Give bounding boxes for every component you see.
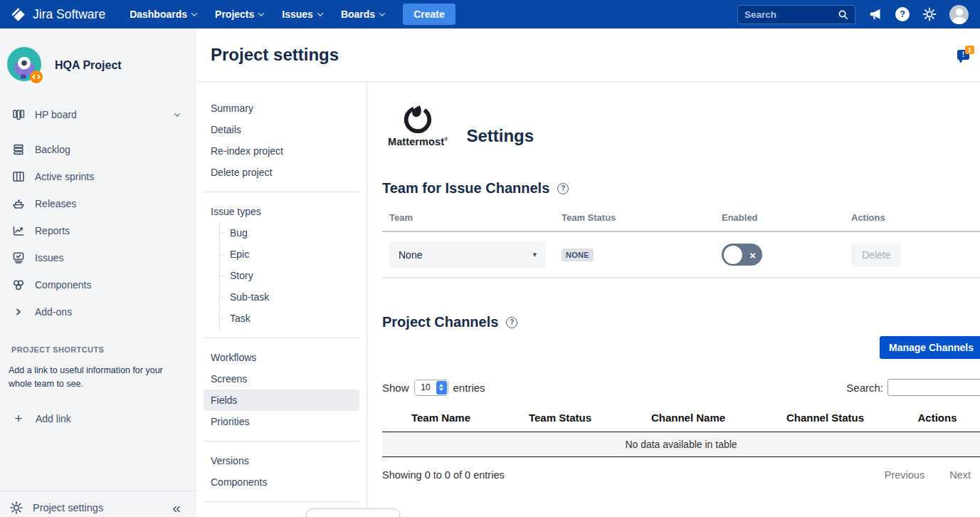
jira-logo-icon (10, 6, 26, 23)
column-header-actions[interactable]: Actions (895, 412, 980, 424)
navbar-search-input[interactable] (744, 9, 838, 20)
jira-brand-label: Jira Software (33, 7, 105, 22)
navbar-search[interactable] (737, 5, 855, 24)
sidebar-item-reports[interactable]: Reports (0, 217, 196, 244)
chevron-down-icon[interactable] (174, 110, 180, 116)
settings-nav-workflows[interactable]: Workflows (204, 347, 359, 368)
nav-boards[interactable]: Boards (334, 4, 391, 24)
sidebar-nav: HP board Backlog Active sprints (0, 101, 196, 325)
delete-button[interactable]: Delete (851, 243, 901, 267)
team-table-row: None ▾ NONE × (382, 232, 980, 278)
settings-nav-screens[interactable]: Screens (204, 368, 359, 390)
sidebar-item-backlog[interactable]: Backlog (0, 136, 196, 163)
manage-channels-button[interactable]: Manage Channels (880, 336, 980, 359)
page-size-select[interactable]: 10 (414, 380, 448, 396)
ship-icon (11, 197, 26, 211)
feedback-notification-icon[interactable]: ! 1 (957, 47, 974, 64)
column-header-channel-name[interactable]: Channel Name (621, 412, 756, 424)
table-search-control: Search: (846, 379, 980, 396)
settings-nav-bug[interactable]: Bug (220, 222, 367, 244)
shell: HQA Project HP board Backlog (0, 28, 980, 517)
sidebar-item-issues[interactable]: Issues (0, 244, 196, 271)
gear-icon[interactable] (922, 7, 937, 21)
datatable-footer: Showing 0 to 0 of 0 entries Previous Nex… (382, 469, 980, 481)
settings-nav-story[interactable]: Story (220, 265, 367, 286)
team-section-title: Team for Issue Channels (382, 180, 549, 197)
nav-boards-label: Boards (341, 9, 375, 20)
sidebar-item-label: Components (35, 279, 91, 291)
column-header-team-status: Team Status (554, 212, 715, 223)
sidebar-item-add-ons[interactable]: Add-ons (0, 298, 196, 325)
jira-brand[interactable]: Jira Software (10, 6, 105, 23)
search-icon[interactable] (838, 9, 848, 20)
chevron-down-icon (317, 10, 323, 16)
nav-dashboards-label: Dashboards (130, 9, 187, 20)
help-icon[interactable]: ? (506, 317, 517, 328)
settings-nav-fields[interactable]: Fields (204, 390, 359, 411)
sidebar-item-components[interactable]: Components (0, 271, 196, 298)
sidebar-footer: Project settings « (0, 491, 196, 517)
sidebar-item-label: Backlog (35, 144, 70, 155)
sidebar-item-label: Releases (35, 198, 76, 209)
table-search-input[interactable] (887, 379, 980, 396)
team-table-header: Team Team Status Enabled Actions (382, 212, 980, 232)
settings-nav-delete-project[interactable]: Delete project (204, 162, 359, 183)
column-header-team: Team (382, 212, 554, 223)
issues-icon (11, 251, 26, 265)
nav-projects[interactable]: Projects (208, 4, 270, 24)
sidebar-item-label: Reports (35, 225, 70, 236)
navbar-menu: Dashboards Projects Issues Boards (122, 4, 391, 24)
empty-table-message: No data available in table (382, 432, 980, 457)
add-link-button[interactable]: + Add link (0, 406, 196, 432)
navbar-right: ? (737, 5, 969, 24)
settings-nav-reindex-project[interactable]: Re-index project (204, 140, 359, 162)
megaphone-icon[interactable] (868, 7, 882, 21)
next-page-button[interactable]: Next (949, 469, 971, 481)
settings-nav-components[interactable]: Components (204, 471, 359, 493)
chevron-right-icon (11, 305, 26, 319)
mattermost-logo: Mattermost® (388, 103, 448, 147)
help-icon[interactable]: ? (895, 7, 910, 21)
divider (204, 501, 359, 502)
create-button[interactable]: Create (403, 4, 455, 25)
collapse-sidebar-icon[interactable]: « (172, 500, 181, 515)
settings-nav-versions[interactable]: Versions (204, 450, 359, 471)
app-root: Jira Software Dashboards Projects Issues… (0, 0, 980, 517)
mattermost-wordmark: Mattermost® (388, 136, 448, 147)
plugin-settings-title: Settings (466, 126, 534, 147)
column-header-team-name[interactable]: Team Name (382, 412, 500, 424)
enabled-toggle[interactable]: × (722, 244, 762, 266)
content-body: Summary Details Re-index project Delete … (196, 82, 980, 517)
settings-nav-epic[interactable]: Epic (220, 244, 367, 265)
settings-nav-issue-types[interactable]: Issue types (204, 201, 359, 222)
backlog-icon (11, 142, 26, 157)
nav-dashboards[interactable]: Dashboards (122, 4, 204, 24)
user-avatar[interactable] (949, 5, 969, 24)
previous-page-button[interactable]: Previous (885, 469, 924, 481)
settings-nav-summary[interactable]: Summary (204, 98, 359, 119)
sidebar-item-active-sprints[interactable]: Active sprints (0, 163, 196, 190)
help-icon[interactable]: ? (557, 183, 569, 194)
popup-edge (306, 508, 400, 517)
page-size-value: 10 (416, 382, 436, 392)
sidebar-item-releases[interactable]: Releases (0, 190, 196, 217)
chevron-down-icon (258, 10, 264, 16)
project-settings-link[interactable]: Project settings (33, 502, 103, 513)
sidebar-item-label: Issues (35, 252, 63, 263)
team-select-value: None (399, 249, 422, 261)
column-header-team-status[interactable]: Team Status (500, 412, 621, 424)
mattermost-logo-icon (401, 103, 434, 135)
issue-types-tree: Bug Epic Story Sub-task Task (219, 222, 367, 329)
page-size-control: Show 10 entries (382, 380, 485, 396)
team-select-dropdown[interactable]: None ▾ (389, 241, 546, 268)
settings-nav-priorities[interactable]: Priorities (204, 411, 359, 432)
column-header-channel-status[interactable]: Channel Status (756, 412, 895, 424)
settings-nav-details[interactable]: Details (204, 119, 359, 140)
nav-issues[interactable]: Issues (275, 4, 330, 24)
project-avatar[interactable] (7, 47, 44, 84)
project-shortcuts-header: PROJECT SHORTCUTS (0, 345, 196, 354)
sidebar-item-label: Active sprints (35, 171, 94, 182)
sidebar-item-hp-board[interactable]: HP board (0, 101, 196, 128)
settings-nav-sub-task[interactable]: Sub-task (220, 286, 367, 308)
settings-nav-task[interactable]: Task (220, 308, 367, 329)
